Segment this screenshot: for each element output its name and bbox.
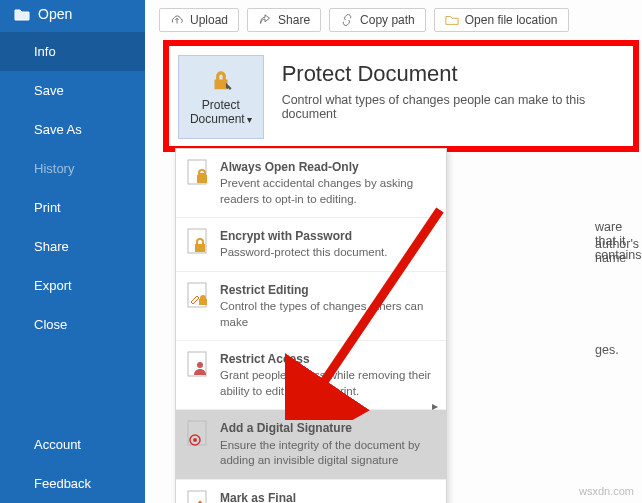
protect-document-button[interactable]: Protect Document▾ <box>178 55 264 139</box>
protect-desc: Control what types of changes people can… <box>282 93 642 121</box>
sidebar-item-share[interactable]: Share <box>0 227 145 266</box>
folder-icon <box>445 13 459 27</box>
protect-section: Protect Document▾ Protect Document Contr… <box>178 55 642 139</box>
upload-label: Upload <box>190 13 228 27</box>
readonly-icon <box>186 159 210 187</box>
openloc-button[interactable]: Open file location <box>434 8 569 32</box>
dd-title: Restrict Editing <box>220 282 436 298</box>
protect-title: Protect Document <box>282 61 642 87</box>
dd-title: Always Open Read-Only <box>220 159 436 175</box>
lock-key-icon <box>208 68 234 94</box>
sidebar: Open Info Save Save As History Print Sha… <box>0 0 145 503</box>
svg-point-7 <box>193 438 197 442</box>
sidebar-open[interactable]: Open <box>0 0 145 32</box>
dd-encrypt[interactable]: Encrypt with PasswordPassword-protect th… <box>176 218 446 272</box>
dd-readonly[interactable]: Always Open Read-OnlyPrevent accidental … <box>176 149 446 218</box>
dd-title: Restrict Access <box>220 351 436 367</box>
protect-dropdown: Always Open Read-OnlyPrevent accidental … <box>175 148 447 503</box>
watermark: wsxdn.com <box>579 485 634 497</box>
share-label: Share <box>278 13 310 27</box>
upload-button[interactable]: Upload <box>159 8 239 32</box>
chevron-down-icon: ▾ <box>247 114 252 125</box>
svg-rect-8 <box>188 491 206 503</box>
sidebar-item-history[interactable]: History <box>0 149 145 188</box>
dd-desc: Control the types of changes others can … <box>220 299 436 330</box>
open-folder-icon <box>14 7 30 21</box>
dd-title: Encrypt with Password <box>220 228 387 244</box>
share-button[interactable]: Share <box>247 8 321 32</box>
dd-title: Add a Digital Signature <box>220 420 436 436</box>
sidebar-item-close[interactable]: Close <box>0 305 145 344</box>
sidebar-item-save[interactable]: Save <box>0 71 145 110</box>
toolbar: Upload Share Copy path Open file locatio… <box>145 0 642 40</box>
sidebar-item-feedback[interactable]: Feedback <box>0 464 145 503</box>
share-icon <box>258 13 272 27</box>
upload-icon <box>170 13 184 27</box>
sidebar-item-export[interactable]: Export <box>0 266 145 305</box>
sidebar-item-info[interactable]: Info <box>0 32 145 71</box>
final-icon <box>186 490 210 503</box>
bg-text-2: author's name <box>595 237 642 265</box>
dd-restrict-access[interactable]: Restrict AccessGrant people access while… <box>176 341 446 410</box>
chevron-right-icon: ▸ <box>432 399 438 415</box>
copypath-label: Copy path <box>360 13 415 27</box>
restrict-edit-icon <box>186 282 210 310</box>
svg-point-4 <box>197 362 203 368</box>
protect-btn-line2: Document <box>190 112 245 126</box>
copypath-button[interactable]: Copy path <box>329 8 426 32</box>
dd-desc: Grant people access while removing their… <box>220 368 436 399</box>
dd-desc: Prevent accidental changes by asking rea… <box>220 176 436 207</box>
signature-icon <box>186 420 210 448</box>
sidebar-item-print[interactable]: Print <box>0 188 145 227</box>
protect-btn-line1: Protect <box>202 98 240 112</box>
dd-mark-final[interactable]: Mark as FinalLet readers know the docume… <box>176 480 446 503</box>
dd-digital-signature[interactable]: Add a Digital SignatureEnsure the integr… <box>176 410 446 479</box>
dd-desc: Ensure the integrity of the document by … <box>220 438 436 469</box>
open-label: Open <box>38 6 72 22</box>
bg-text-3: ges. <box>595 343 619 357</box>
sidebar-item-account[interactable]: Account <box>0 425 145 464</box>
sidebar-item-saveas[interactable]: Save As <box>0 110 145 149</box>
dd-desc: Password-protect this document. <box>220 245 387 261</box>
link-icon <box>340 13 354 27</box>
dd-title: Mark as Final <box>220 490 420 503</box>
encrypt-icon <box>186 228 210 256</box>
dd-restrict-edit[interactable]: Restrict EditingControl the types of cha… <box>176 272 446 341</box>
openloc-label: Open file location <box>465 13 558 27</box>
restrict-access-icon <box>186 351 210 379</box>
